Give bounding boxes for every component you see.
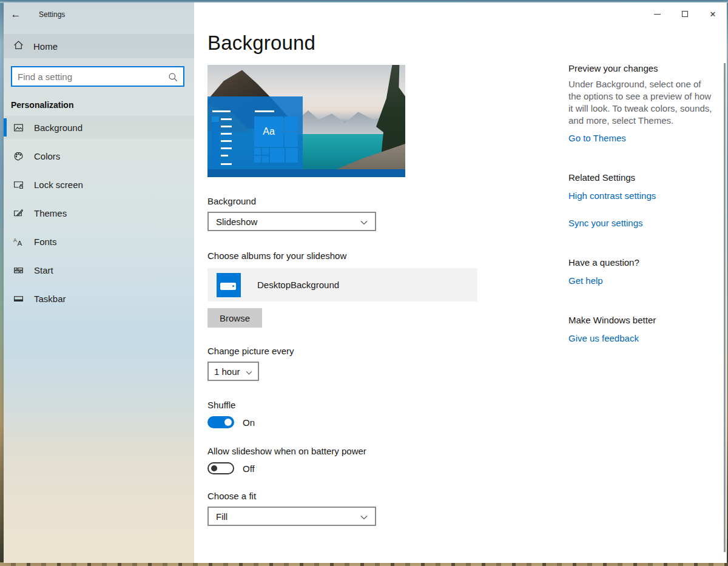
- search-input[interactable]: [12, 72, 183, 82]
- preview-shore: [332, 144, 405, 171]
- preview-tile: [254, 148, 261, 155]
- preview-taskbar: [207, 169, 405, 177]
- settings-window: ← Settings Home: [4, 2, 727, 563]
- preview-menu-line: [221, 147, 232, 149]
- sidebar-item-label: Fonts: [34, 237, 57, 247]
- preview-menu-line: [221, 133, 232, 135]
- sidebar-item-label: Start: [34, 265, 53, 275]
- preview-start-menu: Aa: [207, 96, 303, 170]
- album-row[interactable]: DesktopBackground: [207, 268, 477, 302]
- settings-content: Background: [207, 2, 547, 526]
- preview-menu-line: [221, 126, 232, 127]
- preview-tiles-header: [255, 110, 274, 112]
- battery-state: Off: [243, 463, 255, 474]
- taskbar-icon: [13, 294, 24, 304]
- have-question-heading: Have a question?: [568, 257, 720, 268]
- minimize-button[interactable]: [643, 2, 671, 25]
- preview-menu-line: [221, 163, 232, 165]
- window-controls: ✕: [643, 2, 727, 25]
- search-box[interactable]: [11, 66, 184, 87]
- sidebar-item-themes[interactable]: Themes: [4, 201, 194, 224]
- sidebar-item-home[interactable]: Home: [4, 34, 194, 58]
- preview-menu-line: [221, 118, 232, 120]
- sidebar-item-label: Background: [34, 123, 83, 133]
- sidebar-item-lock-screen[interactable]: Lock screen: [4, 173, 194, 196]
- sidebar-item-taskbar[interactable]: Taskbar: [4, 287, 194, 310]
- background-dropdown-label: Background: [207, 196, 547, 206]
- make-windows-better-heading: Make Windows better: [568, 315, 720, 325]
- fit-label: Choose a fit: [207, 491, 547, 501]
- preview-tile-rail: [212, 116, 219, 167]
- preview-tile: [286, 148, 298, 163]
- maximize-icon: [682, 11, 688, 17]
- back-arrow-icon: ←: [11, 8, 21, 21]
- chevron-down-icon: [246, 366, 252, 377]
- preview-tile: [262, 156, 269, 163]
- themes-icon: [13, 208, 24, 218]
- go-to-themes-link[interactable]: Go to Themes: [568, 133, 626, 143]
- preview-tile: [254, 156, 261, 163]
- albums-label: Choose albums for your slideshow: [207, 251, 547, 261]
- shuffle-label: Shuffle: [207, 400, 547, 410]
- preview-tile: [285, 132, 298, 147]
- album-frame-dot: [232, 285, 234, 287]
- album-name: DesktopBackground: [257, 280, 339, 290]
- preview-changes-body: Under Background, select one of the opti…: [568, 78, 716, 127]
- toggle-knob: [211, 465, 217, 471]
- sidebar-item-colors[interactable]: Colors: [4, 144, 194, 167]
- related-settings-heading: Related Settings: [568, 172, 720, 183]
- battery-toggle[interactable]: [207, 462, 234, 474]
- battery-label: Allow slideshow when on battery power: [207, 446, 547, 456]
- desktop-wallpaper: ← Settings Home: [0, 0, 728, 566]
- maximize-button[interactable]: [671, 2, 699, 25]
- give-feedback-link[interactable]: Give us feedback: [568, 333, 639, 343]
- svg-text:A: A: [17, 238, 22, 246]
- sidebar-item-fonts[interactable]: A A Fonts: [4, 230, 194, 253]
- sidebar-section-header: Personalization: [11, 100, 194, 110]
- album-picture-icon: [217, 273, 241, 297]
- preview-aa-label: Aa: [263, 126, 275, 137]
- page-title: Background: [207, 32, 547, 55]
- preview-menu-line: [221, 155, 228, 157]
- window-title: Settings: [39, 10, 65, 19]
- change-picture-dropdown[interactable]: 1 hour: [207, 362, 259, 381]
- minimize-icon: [654, 14, 661, 15]
- selected-accent-bar: [4, 118, 7, 136]
- image-icon: [13, 123, 24, 133]
- fit-dropdown[interactable]: Fill: [207, 507, 376, 526]
- back-button[interactable]: ←: [4, 2, 28, 27]
- sidebar-item-label: Lock screen: [34, 180, 83, 190]
- sidebar: ← Settings Home: [4, 2, 194, 563]
- change-picture-label: Change picture every: [207, 346, 547, 356]
- shuffle-toggle[interactable]: [207, 416, 234, 428]
- chevron-down-icon: [360, 217, 368, 227]
- search-icon[interactable]: [167, 72, 178, 85]
- sidebar-item-label: Taskbar: [34, 294, 66, 304]
- preview-tile: [270, 148, 285, 163]
- start-icon: [13, 265, 24, 275]
- sidebar-item-label: Home: [33, 41, 58, 52]
- background-dropdown[interactable]: Slideshow: [207, 212, 376, 231]
- high-contrast-link[interactable]: High contrast settings: [568, 190, 656, 201]
- close-button[interactable]: ✕: [699, 2, 727, 25]
- preview-tile: [285, 116, 298, 131]
- preview-menu-header: [212, 110, 231, 112]
- preview-changes-heading: Preview your changes: [568, 63, 720, 73]
- background-preview-image: Aa: [207, 65, 405, 177]
- browse-button[interactable]: Browse: [207, 308, 262, 328]
- scrollbar[interactable]: [724, 63, 726, 552]
- home-icon: [13, 40, 24, 53]
- album-frame: [220, 283, 236, 290]
- toggle-knob: [224, 419, 232, 426]
- palette-icon: [13, 151, 24, 161]
- sidebar-item-label: Themes: [34, 208, 67, 218]
- preview-tile: [262, 148, 269, 155]
- sidebar-nav: Background Colors: [4, 116, 194, 310]
- get-help-link[interactable]: Get help: [568, 275, 603, 286]
- sidebar-item-background[interactable]: Background: [4, 116, 194, 139]
- fonts-icon: A A: [13, 237, 24, 247]
- sidebar-item-start[interactable]: Start: [4, 258, 194, 281]
- background-dropdown-value: Slideshow: [216, 217, 257, 227]
- titlebar-left: ← Settings: [4, 2, 194, 27]
- sync-settings-link[interactable]: Sync your settings: [568, 218, 643, 228]
